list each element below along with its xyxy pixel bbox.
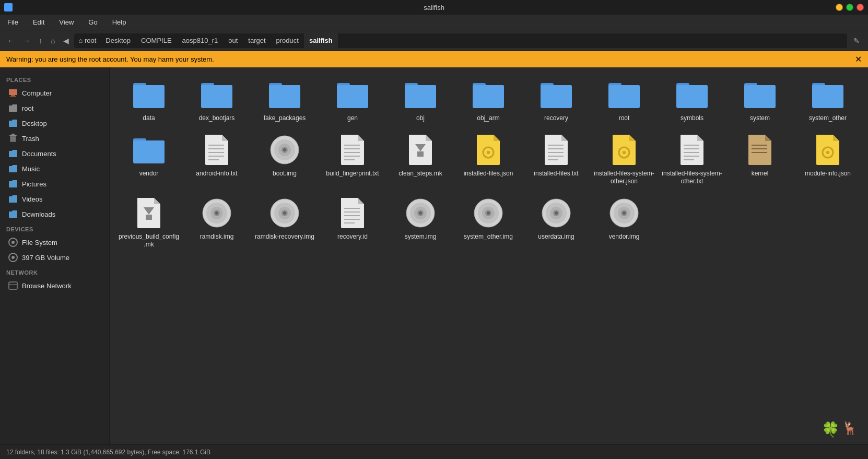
back-button[interactable]: ← — [4, 34, 18, 47]
sidebar-item-computer-label: Computer — [22, 89, 52, 97]
sidebar-item-trash[interactable]: Trash — [2, 131, 107, 146]
sidebar-item-root-label: root — [22, 104, 33, 112]
file-label: boot.img — [273, 170, 297, 178]
svg-rect-0 — [9, 89, 17, 95]
file-item[interactable]: boot.img — [251, 128, 319, 191]
file-item[interactable]: data — [115, 73, 183, 128]
file-item[interactable]: installed-files.json — [454, 128, 522, 191]
menu-help[interactable]: Help — [109, 17, 130, 27]
svg-point-98 — [826, 151, 829, 154]
sidebar-item-computer[interactable]: Computer — [2, 86, 107, 100]
menu-file[interactable]: File — [4, 17, 21, 27]
edit-path-button[interactable]: ✎ — [849, 34, 864, 47]
sidebar: Places Computer root Desktop Trash — [0, 67, 110, 444]
file-item[interactable]: kernel — [726, 128, 794, 191]
file-label: installed-files.txt — [534, 170, 578, 178]
breadcrumb-root[interactable]: ⌂ root — [74, 33, 100, 48]
svg-rect-58 — [812, 85, 843, 108]
breadcrumb-out[interactable]: out — [223, 33, 243, 48]
file-item[interactable]: obj_arm — [454, 73, 522, 128]
file-item[interactable]: system_other.img — [454, 191, 522, 254]
file-label: obj — [416, 114, 425, 123]
svg-rect-2 — [10, 96, 16, 97]
file-item[interactable]: system_other — [794, 73, 862, 128]
file-item[interactable]: fake_packages — [251, 73, 319, 128]
file-item[interactable]: dex_bootjars — [183, 73, 251, 128]
sidebar-item-music[interactable]: Music — [2, 161, 107, 176]
file-item[interactable]: previous_build_config.mk — [115, 191, 183, 254]
file-item[interactable]: system.img — [386, 191, 454, 254]
file-item[interactable]: symbols — [658, 73, 726, 128]
svg-point-135 — [623, 211, 626, 215]
file-item[interactable]: installed-files-system-other.json — [590, 128, 658, 191]
minimize-button[interactable] — [836, 4, 843, 11]
sidebar-item-volume[interactable]: 397 GB Volume — [2, 250, 107, 265]
file-item[interactable]: vendor.img — [590, 191, 658, 254]
sidebar-item-filesystem[interactable]: File System — [2, 235, 107, 250]
sidebar-item-desktop[interactable]: Desktop — [2, 116, 107, 131]
file-icon-folder — [404, 78, 437, 111]
file-icon-folder — [200, 78, 233, 111]
svg-rect-46 — [608, 85, 640, 108]
file-label: dex_bootjars — [199, 114, 235, 123]
file-item[interactable]: installed-files.txt — [522, 128, 590, 191]
sidebar-item-documents[interactable]: Documents — [2, 146, 107, 161]
filesystem-icon — [8, 238, 18, 247]
sidebar-item-videos-label: Videos — [22, 195, 43, 203]
file-item[interactable]: obj — [386, 73, 454, 128]
menu-go[interactable]: Go — [85, 17, 100, 27]
breadcrumb-aosp[interactable]: aosp810_r1 — [177, 33, 224, 48]
desktop-icon — [8, 119, 18, 128]
file-icon-folder — [607, 78, 641, 111]
svg-rect-18 — [133, 85, 165, 108]
sidebar-item-downloads[interactable]: Downloads — [2, 207, 107, 221]
menu-edit[interactable]: Edit — [30, 17, 48, 27]
svg-rect-34 — [405, 85, 436, 108]
up-button[interactable]: ↑ — [36, 34, 45, 47]
breadcrumb-target[interactable]: target — [243, 33, 271, 48]
prev-location-button[interactable]: ◀ — [60, 34, 72, 47]
file-item[interactable]: vendor — [115, 128, 183, 191]
file-item[interactable]: module-info.json — [794, 128, 862, 191]
file-item[interactable]: recovery — [522, 73, 590, 128]
file-icon-folder — [539, 78, 573, 111]
forward-button[interactable]: → — [20, 34, 33, 47]
file-icon-text — [200, 133, 233, 167]
breadcrumb-desktop[interactable]: Desktop — [100, 33, 136, 48]
file-label: recovery.id — [337, 233, 368, 241]
breadcrumb-compile[interactable]: COMPILE — [136, 33, 177, 48]
sidebar-item-documents-label: Documents — [22, 150, 56, 158]
sidebar-item-videos[interactable]: Videos — [2, 192, 107, 206]
file-item[interactable]: ramdisk-recovery.img — [251, 191, 319, 254]
file-icon-folder — [743, 78, 777, 111]
file-item[interactable]: build_fingerprint.txt — [319, 128, 386, 191]
svg-rect-54 — [744, 85, 776, 108]
svg-rect-22 — [201, 85, 232, 108]
file-item[interactable]: root — [590, 73, 658, 128]
maximize-button[interactable] — [846, 4, 853, 11]
file-label: system — [750, 114, 770, 123]
file-item[interactable]: installed-files-system-other.txt — [658, 128, 726, 191]
menu-view[interactable]: View — [56, 17, 77, 27]
file-item[interactable]: ramdisk.img — [183, 191, 251, 254]
sidebar-item-pictures[interactable]: Pictures — [2, 176, 107, 191]
home-button[interactable]: ⌂ — [48, 34, 58, 47]
file-item[interactable]: recovery.id — [319, 191, 386, 254]
breadcrumb-product[interactable]: product — [271, 33, 304, 48]
file-label: vendor — [139, 170, 159, 178]
sidebar-item-browse-network[interactable]: Browse Network — [2, 278, 107, 293]
sidebar-item-downloads-label: Downloads — [22, 210, 55, 218]
file-icon-folder — [268, 78, 301, 111]
sidebar-item-root[interactable]: root — [2, 101, 107, 115]
file-item[interactable]: system — [726, 73, 794, 128]
music-icon — [8, 164, 18, 173]
close-button[interactable] — [857, 4, 864, 11]
file-item[interactable]: android-info.txt — [183, 128, 251, 191]
file-item[interactable]: clean_steps.mk — [386, 128, 454, 191]
file-icon-folder — [472, 78, 505, 111]
warning-close-button[interactable]: ✕ — [855, 54, 862, 64]
file-item[interactable]: gen — [319, 73, 386, 128]
file-item[interactable]: userdata.img — [522, 191, 590, 254]
file-icon-disc — [268, 133, 301, 167]
breadcrumb-sailfish[interactable]: sailfish — [304, 33, 338, 48]
